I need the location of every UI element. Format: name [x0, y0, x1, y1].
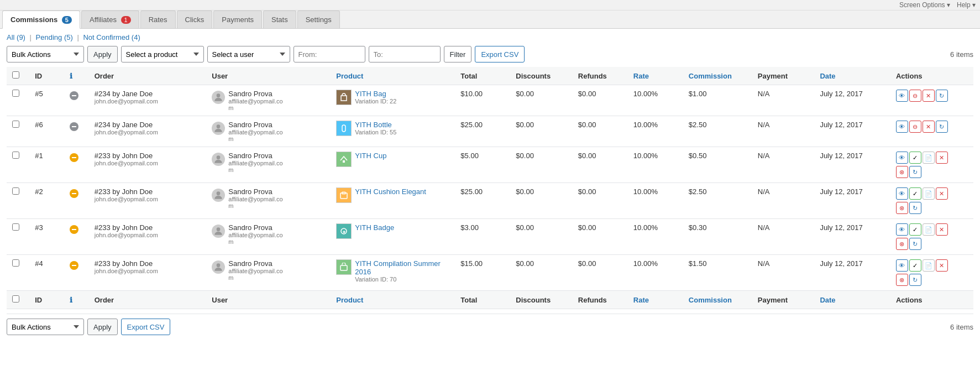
cell-status [64, 116, 89, 147]
col-header-refunds: Refunds [573, 67, 628, 85]
action-approve-btn[interactable]: ✓ [909, 223, 921, 236]
col-footer-rate[interactable]: Rate [628, 291, 683, 309]
user-avatar [212, 153, 225, 166]
action-delete-btn[interactable]: ✕ [923, 121, 935, 133]
product-link[interactable]: YITH Bottle [355, 121, 391, 129]
select-user[interactable]: Select a user [207, 46, 290, 62]
action-view-btn[interactable]: 👁 [896, 152, 908, 164]
col-header-date[interactable]: Date [814, 67, 890, 85]
svg-point-4 [217, 155, 221, 159]
action-reject-btn[interactable]: ✕ [936, 259, 948, 272]
action-reject-btn[interactable]: ✕ [936, 223, 948, 236]
action-cancel-btn[interactable]: ⊖ [909, 90, 921, 102]
col-header-product[interactable]: Product [331, 67, 455, 85]
select-all-checkbox-bottom[interactable] [12, 295, 19, 303]
product-link[interactable]: YITH Bag [355, 90, 386, 98]
action-approve-btn[interactable]: ✓ [909, 259, 921, 272]
action-reject-btn[interactable]: ✕ [936, 152, 948, 164]
col-footer-commission[interactable]: Commission [683, 291, 752, 309]
action-view-btn[interactable]: 👁 [896, 90, 908, 102]
apply-button-bottom[interactable]: Apply [87, 319, 118, 335]
cell-actions: 👁 ⊖ ✕ ↻ [890, 85, 973, 116]
row-checkbox[interactable] [12, 90, 19, 97]
action-arrow-btn[interactable]: ↻ [909, 202, 921, 214]
action-view-btn[interactable]: 👁 [896, 259, 908, 272]
action-view-btn[interactable]: 👁 [896, 223, 908, 236]
action-arrow-btn[interactable]: ↻ [936, 121, 948, 133]
product-thumbnail [336, 187, 352, 203]
action-view-btn[interactable]: 👁 [896, 121, 908, 133]
col-footer-date[interactable]: Date [814, 291, 890, 309]
cell-user: Sandro Prova affiliate@yopmail.com [206, 85, 331, 116]
select-all-checkbox-top[interactable] [12, 71, 19, 79]
table-row: #5 #234 by Jane Doe john.doe@yopmail.com… [7, 85, 973, 116]
tab-commissions[interactable]: Commissions 5 [2, 11, 80, 29]
action-delete-btn[interactable]: ⊗ [896, 202, 908, 214]
export-csv-button[interactable]: Export CSV [475, 46, 525, 62]
col-footer-product[interactable]: Product [331, 291, 455, 309]
action-arrow-btn[interactable]: ↻ [909, 166, 921, 178]
export-csv-button-bottom[interactable]: Export CSV [121, 319, 171, 335]
product-link[interactable]: YITH Compilation Summer 2016 [355, 259, 441, 276]
cell-status [64, 85, 89, 116]
to-date-input[interactable] [369, 46, 441, 62]
status-notconfirmed-icon [70, 153, 78, 162]
tab-payments[interactable]: Payments [213, 11, 262, 28]
tab-stats[interactable]: Stats [263, 11, 296, 28]
row-checkbox[interactable] [12, 259, 19, 267]
svg-point-0 [217, 93, 221, 97]
info-icon[interactable]: ℹ [70, 72, 72, 80]
action-doc-btn[interactable]: 📄 [923, 259, 935, 272]
row-checkbox[interactable] [12, 187, 19, 195]
action-approve-btn[interactable]: ✓ [909, 187, 921, 200]
row-checkbox[interactable] [12, 223, 19, 231]
action-arrow-btn[interactable]: ↻ [909, 274, 921, 286]
select-product[interactable]: Select a product [121, 46, 204, 62]
col-header-discounts: Discounts [510, 67, 573, 85]
action-doc-btn[interactable]: 📄 [923, 152, 935, 164]
screen-options-link[interactable]: Screen Options ▾ [899, 1, 950, 9]
action-arrow-btn[interactable]: ↻ [936, 90, 948, 102]
status-notconfirmed-icon [70, 261, 78, 270]
filter-all[interactable]: All (9) [7, 33, 25, 41]
col-header-payment: Payment [752, 67, 815, 85]
action-reject-btn[interactable]: ✕ [936, 187, 948, 200]
action-delete-btn[interactable]: ⊗ [896, 274, 908, 286]
apply-button[interactable]: Apply [87, 46, 118, 62]
from-date-input[interactable] [294, 46, 365, 62]
tab-clicks[interactable]: Clicks [177, 11, 213, 28]
action-doc-btn[interactable]: 📄 [923, 223, 935, 236]
action-arrow-btn[interactable]: ↻ [909, 238, 921, 250]
items-count-bottom: 6 items [950, 323, 973, 331]
tab-settings[interactable]: Settings [297, 11, 340, 28]
action-delete-btn[interactable]: ✕ [923, 90, 935, 102]
product-link[interactable]: YITH Badge [355, 223, 394, 232]
info-icon-bottom[interactable]: ℹ [70, 296, 72, 304]
table-footer-row: ID ℹ Order User Product Total Discounts … [7, 291, 973, 309]
product-link[interactable]: YITH Cup [355, 152, 386, 160]
col-header-commission[interactable]: Commission [683, 67, 752, 85]
action-cancel-btn[interactable]: ⊖ [909, 121, 921, 133]
col-header-rate[interactable]: Rate [628, 67, 683, 85]
action-doc-btn[interactable]: 📄 [923, 187, 935, 200]
filter-not-confirmed[interactable]: Not Confirmed (4) [83, 33, 140, 41]
action-approve-btn[interactable]: ✓ [909, 152, 921, 164]
action-view-btn[interactable]: 👁 [896, 187, 908, 200]
cell-product: YITH Compilation Summer 2016 Variation I… [331, 255, 455, 291]
bulk-actions-select-bottom[interactable]: Bulk Actions [7, 319, 84, 335]
cell-rate: 10.00% [628, 85, 683, 116]
filter-button[interactable]: Filter [444, 46, 472, 62]
col-header-total: Total [455, 67, 510, 85]
filter-pending[interactable]: Pending (5) [36, 33, 73, 41]
product-link[interactable]: YITH Cushion Elegant [355, 187, 426, 196]
tab-rates[interactable]: Rates [140, 11, 176, 28]
cell-actions: 👁 ✓ 📄 ✕ ⊗ ↻ [890, 183, 973, 219]
action-delete-btn[interactable]: ⊗ [896, 238, 908, 250]
help-link[interactable]: Help ▾ [957, 1, 976, 9]
bulk-actions-select[interactable]: Bulk Actions [7, 46, 84, 62]
action-delete-btn[interactable]: ⊗ [896, 166, 908, 178]
row-checkbox[interactable] [12, 121, 19, 128]
cell-order: #233 by John Doe john.doe@yopmail.com [89, 147, 207, 183]
row-checkbox[interactable] [12, 152, 19, 159]
tab-affiliates[interactable]: Affiliates 1 [81, 11, 139, 28]
